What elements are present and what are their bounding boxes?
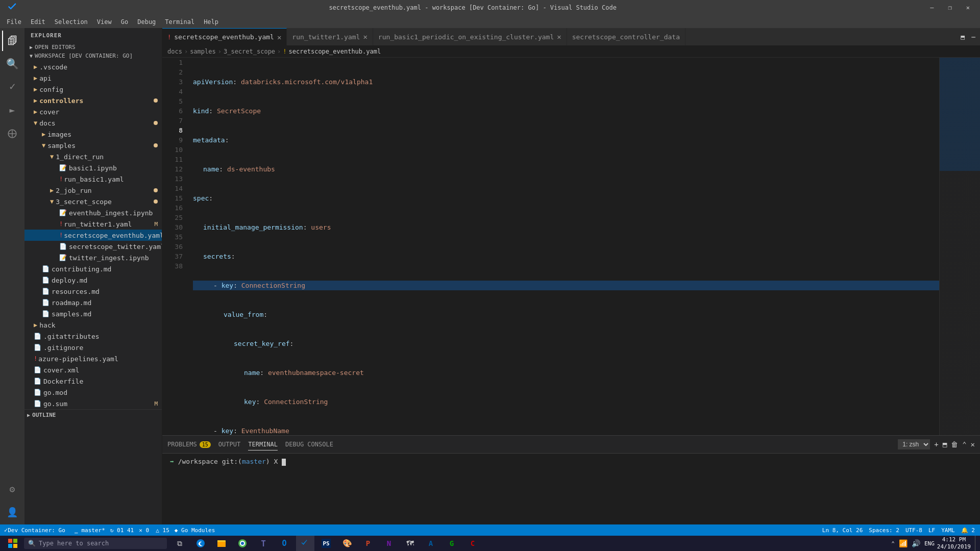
- vscode-taskbar-icon[interactable]: [296, 536, 314, 551]
- problems-tab[interactable]: PROBLEMS 15: [167, 439, 211, 450]
- system-tray-expand[interactable]: ⌃: [891, 540, 895, 547]
- tab-close-btn[interactable]: ✕: [277, 33, 281, 41]
- menu-view[interactable]: View: [93, 17, 116, 27]
- terminal-tab[interactable]: TERMINAL: [248, 439, 278, 450]
- account-icon[interactable]: 👤: [2, 502, 22, 522]
- menu-go[interactable]: Go: [117, 17, 132, 27]
- tree-item-outline[interactable]: ▶ OUTLINE: [24, 409, 162, 420]
- app2-taskbar-icon[interactable]: G: [443, 536, 461, 551]
- onenote-taskbar-icon[interactable]: N: [380, 536, 398, 551]
- tree-item-basic1-ipynb[interactable]: 📝 basic1.ipynb: [24, 162, 162, 173]
- output-tab[interactable]: OUTPUT: [218, 439, 240, 450]
- tab-run-twitter1-yaml[interactable]: run_twitter1.yaml ✕: [287, 28, 373, 45]
- tree-item-samples-md[interactable]: 📄 samples.md: [24, 308, 162, 319]
- status-spaces[interactable]: Spaces: 2: [869, 527, 899, 534]
- window-controls[interactable]: — ❐ ✕: [925, 2, 975, 13]
- tree-item-hack[interactable]: ▶ hack: [24, 319, 162, 331]
- maps-taskbar-icon[interactable]: 🗺: [401, 536, 419, 551]
- tree-item-go-mod[interactable]: 📄 go.mod: [24, 387, 162, 398]
- tree-item-run-basic1-yaml[interactable]: ! run_basic1.yaml: [24, 173, 162, 185]
- source-control-icon[interactable]: ✓: [2, 77, 22, 97]
- menu-edit[interactable]: Edit: [27, 17, 50, 27]
- explorer-icon[interactable]: 🗐: [2, 31, 22, 51]
- tab-close-btn-2[interactable]: ✕: [363, 33, 367, 41]
- tree-item-cover-xml[interactable]: 📄 cover.xml: [24, 364, 162, 375]
- menu-debug[interactable]: Debug: [133, 17, 160, 27]
- tab-run-basic1-periodic[interactable]: run_basic1_periodic_on_existing_cluster.…: [373, 28, 567, 45]
- status-language[interactable]: YAML: [941, 527, 955, 534]
- tree-item-gitignore[interactable]: 📄 .gitignore: [24, 342, 162, 353]
- status-cursor-pos[interactable]: Ln 8, Col 26: [822, 527, 863, 534]
- lang-icon[interactable]: ENG: [924, 540, 935, 547]
- show-desktop-button[interactable]: [975, 536, 977, 551]
- tree-item-samples[interactable]: ▼ samples: [24, 140, 162, 151]
- menu-selection[interactable]: Selection: [51, 17, 92, 27]
- menu-file[interactable]: File: [3, 17, 26, 27]
- tree-item-config[interactable]: ▶ config: [24, 84, 162, 95]
- status-go-modules[interactable]: ◆ Go Modules: [175, 527, 215, 534]
- app3-taskbar-icon[interactable]: C: [463, 536, 482, 551]
- tree-item-3-secret-scope[interactable]: ▼ 3_secret_scope: [24, 196, 162, 207]
- terminal-maximize-button[interactable]: ⌃: [962, 440, 966, 448]
- breadcrumb-samples[interactable]: samples: [190, 48, 216, 55]
- tree-item-images[interactable]: ▶ images: [24, 129, 162, 140]
- chrome-taskbar-icon[interactable]: [233, 536, 252, 551]
- wifi-icon[interactable]: 📶: [899, 539, 908, 547]
- tree-item-twitter-ingest[interactable]: 📝 twitter_ingest.ipynb: [24, 252, 162, 263]
- tab-more-icon[interactable]: ⋯: [969, 31, 977, 43]
- tree-item-secretscope-eventhub-yaml[interactable]: ! secretscope_eventhub.yaml: [24, 230, 162, 241]
- start-button[interactable]: [3, 536, 23, 551]
- tree-item-1-direct-run[interactable]: ▼ 1_direct_run: [24, 151, 162, 162]
- terminal-content[interactable]: ➡ /workspace git:(master) X: [162, 454, 980, 524]
- extensions-icon[interactable]: ⨁: [2, 122, 22, 143]
- powerpoint-taskbar-icon[interactable]: P: [359, 536, 377, 551]
- terminal-add-button[interactable]: +: [934, 440, 938, 448]
- remote-icon[interactable]: ⚙: [2, 479, 22, 499]
- datetime-block[interactable]: 4:12 PM 24/10/2019: [937, 536, 971, 551]
- app1-taskbar-icon[interactable]: A: [422, 536, 440, 551]
- debug-console-tab[interactable]: DEBUG CONSOLE: [285, 439, 333, 450]
- terminal-split-button[interactable]: ⬒: [943, 440, 947, 448]
- menu-terminal[interactable]: Terminal: [161, 17, 199, 27]
- menu-help[interactable]: Help: [200, 17, 223, 27]
- tab-secretscope-eventhub-yaml[interactable]: ! secretscope_eventhub.yaml ✕: [162, 28, 287, 45]
- status-errors[interactable]: ✕ 0 △ 15: [139, 527, 169, 534]
- tree-item-2-job-run[interactable]: ▶ 2_job_run: [24, 185, 162, 196]
- tree-item-azure-pipelines-yaml[interactable]: ! azure-pipelines.yaml: [24, 353, 162, 364]
- tree-item-dockerfile[interactable]: 📄 Dockerfile: [24, 375, 162, 387]
- tab-split-icon[interactable]: ⬒: [959, 31, 967, 43]
- tree-item-roadmap-md[interactable]: 📄 roadmap.md: [24, 297, 162, 308]
- maximize-button[interactable]: ❐: [943, 2, 957, 13]
- shell-selector[interactable]: 1: zsh: [898, 439, 930, 449]
- explorer-taskbar-icon[interactable]: [212, 536, 231, 551]
- tree-item-go-sum[interactable]: 📄 go.sum M: [24, 398, 162, 409]
- status-notifications[interactable]: 🔔 2: [961, 527, 975, 534]
- status-sync[interactable]: ↻ 01 41: [110, 527, 134, 534]
- search-icon[interactable]: 🔍: [2, 54, 22, 74]
- debug-icon[interactable]: ►: [2, 99, 22, 120]
- tree-item-contributing-md[interactable]: 📄 contributing.md: [24, 263, 162, 274]
- status-branch[interactable]: ⎯ master*: [75, 527, 105, 534]
- tab-secretscope-controller[interactable]: secretscope_controller_data: [567, 28, 685, 45]
- tab-close-btn-3[interactable]: ✕: [557, 33, 561, 41]
- task-view-button[interactable]: ⧉: [170, 536, 189, 551]
- open-editors-section[interactable]: ▶ OPEN EDITORS: [24, 43, 162, 52]
- tree-item-cover[interactable]: ▶ cover: [24, 106, 162, 117]
- tree-item-vscode[interactable]: ▶ .vscode: [24, 61, 162, 72]
- status-remote[interactable]: ✓ Dev Container: Go: [0, 524, 69, 536]
- search-bar[interactable]: 🔍 Type here to search: [24, 538, 167, 549]
- breadcrumb-3-secret-scope[interactable]: 3_secret_scope: [224, 48, 275, 55]
- close-button[interactable]: ✕: [961, 2, 975, 13]
- status-line-ending[interactable]: LF: [928, 527, 935, 534]
- tree-item-eventhub-ingest[interactable]: 📝 eventhub_ingest.ipynb: [24, 207, 162, 218]
- edge-icon[interactable]: [191, 536, 210, 551]
- outlook-taskbar-icon[interactable]: O: [275, 536, 293, 551]
- terminal-close-button[interactable]: ✕: [971, 440, 975, 448]
- code-content[interactable]: apiVersion: databricks.microsoft.com/v1a…: [188, 58, 939, 435]
- powershell-taskbar-icon[interactable]: PS: [317, 536, 335, 551]
- minimize-button[interactable]: —: [925, 2, 939, 13]
- tree-item-secretscope-twitter-yaml[interactable]: 📄 secretscope_twitter.yaml M: [24, 241, 162, 252]
- status-encoding[interactable]: UTF-8: [905, 527, 922, 534]
- tree-item-controllers[interactable]: ▶ controllers: [24, 95, 162, 106]
- breadcrumb-current[interactable]: secretscope_eventhub.yaml: [289, 48, 381, 55]
